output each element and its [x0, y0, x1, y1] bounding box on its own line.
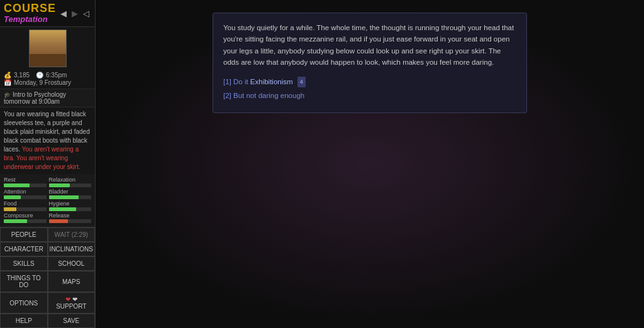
bar-rest-bg: [4, 183, 47, 187]
heart-icon: ❤: [65, 296, 70, 303]
btn-row-3: SKILLS SCHOOL: [0, 256, 95, 271]
main-content: You study quietly for a while. The whole…: [96, 0, 644, 328]
nav-back-arrow[interactable]: ◀: [58, 8, 69, 19]
support-label: ❤ SUPPORT: [56, 296, 86, 310]
time-value: 6:35pm: [46, 72, 67, 79]
date-value: Monday, 9 Frostuary: [14, 79, 71, 86]
choice-1-link[interactable]: [1] Do it Exhibitionism 4: [223, 76, 516, 87]
bar-bladder-label: Bladder: [49, 189, 92, 195]
bar-food-bg: [4, 207, 47, 211]
choice-2-link[interactable]: [2] But not daring enough: [223, 90, 516, 101]
bar-attention-label: Attention: [4, 189, 47, 195]
nav-menu-arrow[interactable]: ◁: [81, 8, 91, 19]
choices: [1] Do it Exhibitionism 4 [2] But not da…: [223, 76, 516, 102]
course-title: COURSE: [4, 3, 56, 14]
coins-icon: 💰: [4, 72, 11, 79]
bar-release-bg: [49, 219, 92, 223]
bars-grid: Rest Relaxation Attention Bladder Food H…: [4, 177, 91, 223]
stats-bars: Rest Relaxation Attention Bladder Food H…: [0, 174, 95, 226]
title-block: COURSE Temptation: [4, 3, 56, 24]
choice-2-text: [2]: [223, 92, 231, 99]
bar-composure: Composure: [4, 212, 47, 223]
clock-icon: 🕐: [36, 72, 43, 79]
bar-attention-bg: [4, 195, 47, 199]
schedule-icon: 🎓: [4, 92, 11, 98]
character-button[interactable]: CHARACTER: [0, 242, 48, 256]
coins-row: 💰 3,185 🕐 6:35pm: [4, 72, 91, 79]
bar-relaxation-bg: [49, 183, 92, 187]
bar-bladder: Bladder: [49, 189, 92, 199]
coins-value: 3,185: [14, 72, 30, 79]
exhibitionism-text: Exhibitionism: [250, 78, 293, 85]
support-button[interactable]: ❤ ❤ SUPPORT: [48, 292, 96, 314]
bar-hygiene-fill: [49, 207, 77, 211]
save-button[interactable]: SAVE: [48, 314, 96, 328]
schedule-area: 🎓Intro to Psychology tomorrow at 9:00am: [0, 89, 95, 107]
bar-food-label: Food: [4, 200, 47, 207]
bar-food: Food: [4, 200, 47, 211]
btn-row-1: PEOPLE WAIT (2:29): [0, 227, 95, 242]
bar-attention-fill: [4, 195, 21, 199]
schedule-text: Intro to Psychology tomorrow at 9:00am: [4, 91, 66, 105]
bar-relaxation-label: Relaxation: [49, 177, 92, 183]
bar-hygiene-label: Hygiene: [49, 200, 92, 207]
bar-food-fill: [4, 207, 16, 211]
sidebar-header: COURSE Temptation ◀ ▶ ◁: [0, 0, 95, 27]
school-button[interactable]: SCHOOL: [48, 256, 96, 271]
bar-hygiene: Hygiene: [49, 200, 92, 211]
options-button[interactable]: OPTIONS: [0, 292, 48, 314]
description-area: You are wearing a fitted black sleeveles…: [0, 107, 95, 174]
bar-release-label: Release: [49, 212, 92, 219]
story-text: You study quietly for a while. The whole…: [223, 22, 516, 68]
choice-2-label: But not daring enough: [231, 92, 304, 99]
btn-row-5: OPTIONS ❤ ❤ SUPPORT: [0, 292, 95, 314]
bottom-buttons: PEOPLE WAIT (2:29) CHARACTER INCLINATION…: [0, 227, 95, 328]
nav-forward-arrow[interactable]: ▶: [70, 8, 80, 19]
bar-release: Release: [49, 212, 92, 223]
bar-composure-bg: [4, 219, 47, 223]
bar-rest-fill: [4, 183, 30, 187]
btn-row-2: CHARACTER INCLINATIONS: [0, 242, 95, 256]
avatar-area: [0, 27, 95, 70]
bar-rest: Rest: [4, 177, 47, 187]
help-button[interactable]: HELP: [0, 314, 48, 328]
wait-button[interactable]: WAIT (2:29): [48, 227, 96, 242]
bar-bladder-fill: [49, 195, 79, 199]
date-row: 📅 Monday, 9 Frostuary: [4, 79, 91, 86]
bar-relaxation: Relaxation: [49, 177, 92, 187]
people-button[interactable]: PEOPLE: [0, 227, 48, 242]
bar-bladder-bg: [49, 195, 92, 199]
maps-button[interactable]: MAPS: [48, 271, 96, 292]
choice-1-badge: 4: [297, 77, 306, 87]
sidebar: COURSE Temptation ◀ ▶ ◁ 💰 3,185 🕐 6:35pm…: [0, 0, 96, 328]
btn-row-4: THINGS TO DO MAPS: [0, 271, 95, 292]
inclinations-button[interactable]: INCLINATIONS: [48, 242, 96, 256]
skills-button[interactable]: SKILLS: [0, 256, 48, 271]
bar-hygiene-bg: [49, 207, 92, 211]
nav-arrows: ◀ ▶ ◁: [58, 8, 91, 19]
btn-row-6: HELP SAVE: [0, 314, 95, 328]
choice-1-id: [1] Do it: [223, 78, 250, 85]
bar-composure-label: Composure: [4, 212, 47, 219]
avatar: [29, 30, 67, 67]
bar-relaxation-fill: [49, 183, 70, 187]
temptation-title: Temptation: [4, 14, 56, 24]
bar-rest-label: Rest: [4, 177, 47, 183]
bar-release-fill: [49, 219, 68, 223]
bar-composure-fill: [4, 219, 27, 223]
stats-area: 💰 3,185 🕐 6:35pm 📅 Monday, 9 Frostuary: [0, 70, 95, 89]
bar-attention: Attention: [4, 189, 47, 199]
story-box: You study quietly for a while. The whole…: [213, 13, 527, 113]
calendar-icon: 📅: [4, 79, 11, 86]
things-to-do-button[interactable]: THINGS TO DO: [0, 271, 48, 292]
